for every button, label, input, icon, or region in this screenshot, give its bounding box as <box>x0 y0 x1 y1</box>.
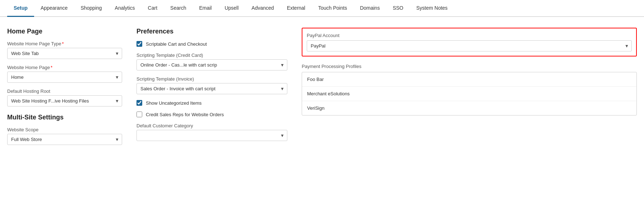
tab-email[interactable]: Email <box>193 0 218 17</box>
website-home-page-group: Website Home Page* Home ▼ <box>7 65 122 83</box>
scripting-template-invoice-group: Scripting Template (Invoice) Sales Order… <box>136 76 287 94</box>
scripting-template-cc-label: Scripting Template (Credit Card) <box>136 53 287 58</box>
tab-setup[interactable]: Setup <box>7 0 34 17</box>
default-customer-category-label: Default Customer Category <box>136 123 287 128</box>
default-hosting-root-select[interactable]: Web Site Hosting F...ive Hosting Files <box>7 95 122 106</box>
tab-analytics[interactable]: Analytics <box>108 0 142 17</box>
website-scope-group: Website Scope Full Web Store ▼ <box>7 127 122 145</box>
website-home-page-wrapper: Home ▼ <box>7 72 122 83</box>
paypal-account-wrapper: PayPal ▼ <box>307 40 632 51</box>
tab-cart[interactable]: Cart <box>142 0 164 17</box>
list-item: Foo Bar <box>302 72 636 87</box>
home-page-title: Home Page <box>7 28 122 35</box>
website-home-page-type-wrapper: Web Site Tab ▼ <box>7 48 122 59</box>
tab-advanced[interactable]: Advanced <box>245 0 280 17</box>
required-star-2: * <box>51 65 52 70</box>
multi-site-title: Multi-Site Settings <box>7 114 122 121</box>
scripting-template-cc-select[interactable]: Online Order - Cas...le with cart scrip <box>136 59 287 71</box>
tab-appearance[interactable]: Appearance <box>34 0 74 17</box>
scripting-template-invoice-select[interactable]: Sales Order - Invoice with cart script <box>136 83 287 94</box>
website-home-page-label: Website Home Page* <box>7 65 122 70</box>
default-customer-category-select[interactable] <box>136 130 287 141</box>
tab-system-notes[interactable]: System Notes <box>410 0 454 17</box>
website-scope-wrapper: Full Web Store ▼ <box>7 134 122 145</box>
website-home-page-type-group: Website Home Page Type* Web Site Tab ▼ <box>7 41 122 59</box>
tab-search[interactable]: Search <box>164 0 193 17</box>
paypal-account-label: PayPal Account <box>307 33 632 38</box>
right-column: PayPal Account PayPal ▼ Payment Processi… <box>302 28 637 151</box>
scripting-template-cc-wrapper: Online Order - Cas...le with cart scrip … <box>136 59 287 71</box>
website-scope-select[interactable]: Full Web Store <box>7 134 122 145</box>
default-hosting-root-label: Default Hosting Root <box>7 88 122 94</box>
main-content: Home Page Website Home Page Type* Web Si… <box>0 17 644 162</box>
default-hosting-root-group: Default Hosting Root Web Site Hosting F.… <box>7 88 122 106</box>
scriptable-cart-label: Scriptable Cart and Checkout <box>146 41 207 47</box>
website-scope-label: Website Scope <box>7 127 122 132</box>
scripting-template-invoice-wrapper: Sales Order - Invoice with cart script ▼ <box>136 83 287 94</box>
show-uncategorized-checkbox[interactable] <box>136 100 142 106</box>
list-item: VeriSign <box>302 101 636 115</box>
payment-profiles-label: Payment Processing Profiles <box>302 64 637 69</box>
website-home-page-type-label: Website Home Page Type* <box>7 41 122 46</box>
default-hosting-root-wrapper: Web Site Hosting F...ive Hosting Files ▼ <box>7 95 122 106</box>
middle-column: Preferences Scriptable Cart and Checkout… <box>136 28 287 151</box>
website-home-page-select[interactable]: Home <box>7 72 122 83</box>
scriptable-cart-checkbox[interactable] <box>136 41 142 47</box>
scripting-template-cc-group: Scripting Template (Credit Card) Online … <box>136 53 287 71</box>
payment-profiles-list: Foo Bar Merchant eSolutions VeriSign <box>302 72 637 115</box>
paypal-account-select[interactable]: PayPal <box>307 40 632 51</box>
default-customer-category-group: Default Customer Category ▼ <box>136 123 287 141</box>
scripting-template-invoice-label: Scripting Template (Invoice) <box>136 76 287 82</box>
tab-touch-points[interactable]: Touch Points <box>312 0 353 17</box>
tab-domains[interactable]: Domains <box>353 0 386 17</box>
tab-external[interactable]: External <box>281 0 312 17</box>
left-column: Home Page Website Home Page Type* Web Si… <box>7 28 122 151</box>
credit-sales-reps-checkbox[interactable] <box>136 112 142 117</box>
preferences-title: Preferences <box>136 28 287 35</box>
tab-upsell[interactable]: Upsell <box>218 0 245 17</box>
nav-tabs: Setup Appearance Shopping Analytics Cart… <box>0 0 644 17</box>
default-customer-category-wrapper: ▼ <box>136 130 287 141</box>
tab-shopping[interactable]: Shopping <box>74 0 108 17</box>
credit-sales-reps-label: Credit Sales Reps for Website Orders <box>146 112 224 117</box>
credit-sales-reps-group: Credit Sales Reps for Website Orders <box>136 112 287 117</box>
scriptable-cart-group: Scriptable Cart and Checkout <box>136 41 287 47</box>
paypal-account-section: PayPal Account PayPal ▼ <box>302 28 637 56</box>
show-uncategorized-label: Show Uncategorized Items <box>146 100 201 106</box>
list-item: Merchant eSolutions <box>302 87 636 101</box>
required-star: * <box>62 41 64 46</box>
website-home-page-type-select[interactable]: Web Site Tab <box>7 48 122 59</box>
tab-sso[interactable]: SSO <box>386 0 410 17</box>
show-uncategorized-group: Show Uncategorized Items <box>136 100 287 106</box>
